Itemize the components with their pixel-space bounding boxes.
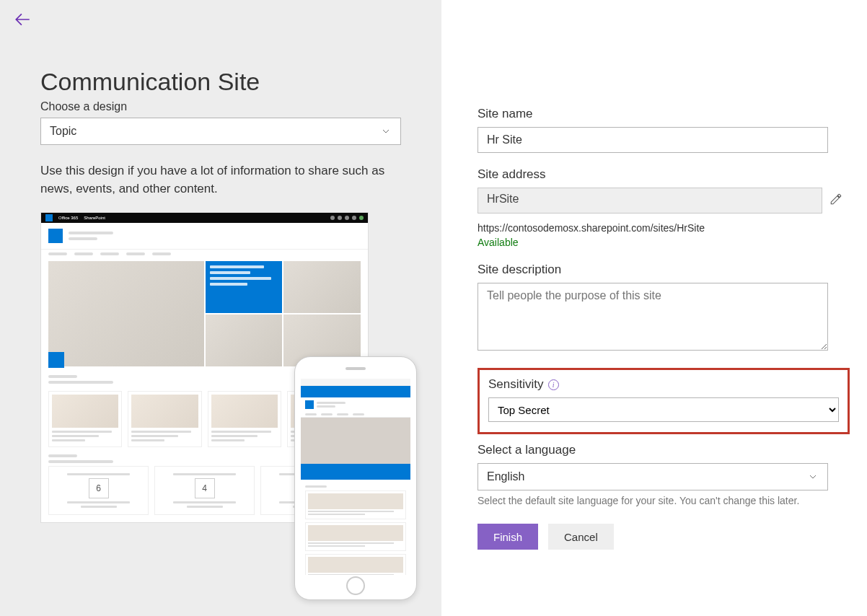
sensitivity-label: Sensitivity <box>488 377 544 392</box>
site-name-label: Site name <box>477 107 850 121</box>
design-select-value: Topic <box>50 125 76 138</box>
language-select-value: English <box>487 470 524 483</box>
page-title: Communication Site <box>40 68 401 96</box>
language-select[interactable]: English <box>477 463 828 490</box>
language-helper-text: Select the default site language for you… <box>477 495 828 506</box>
site-name-input[interactable] <box>477 127 828 153</box>
site-url-preview: https://contosodemosx.sharepoint.com/sit… <box>477 222 850 234</box>
finish-button[interactable]: Finish <box>477 524 538 550</box>
site-address-input: HrSite <box>477 188 822 214</box>
chevron-down-icon <box>380 126 392 137</box>
edit-address-icon[interactable] <box>829 193 842 208</box>
sensitivity-select[interactable]: Top Secret <box>488 397 839 422</box>
availability-status: Available <box>477 237 850 248</box>
cancel-button[interactable]: Cancel <box>548 524 614 550</box>
back-button[interactable] <box>13 10 32 32</box>
design-select[interactable]: Topic <box>40 118 401 145</box>
site-address-label: Site address <box>477 167 850 182</box>
language-label: Select a language <box>477 443 850 457</box>
choose-design-label: Choose a design <box>40 100 401 113</box>
info-icon[interactable]: i <box>548 379 559 390</box>
mobile-preview <box>294 356 417 600</box>
site-description-label: Site description <box>477 263 850 277</box>
site-form-panel: Site name Site address HrSite https://co… <box>441 0 867 616</box>
chevron-down-icon <box>807 471 819 483</box>
sensitivity-section: Sensitivity i Top Secret <box>477 368 850 434</box>
site-description-input[interactable] <box>477 283 828 351</box>
design-preview: Office 365 SharePoint <box>40 212 401 602</box>
design-description: Use this design if you have a lot of inf… <box>40 162 401 198</box>
design-preview-panel: Communication Site Choose a design Topic… <box>0 0 441 616</box>
